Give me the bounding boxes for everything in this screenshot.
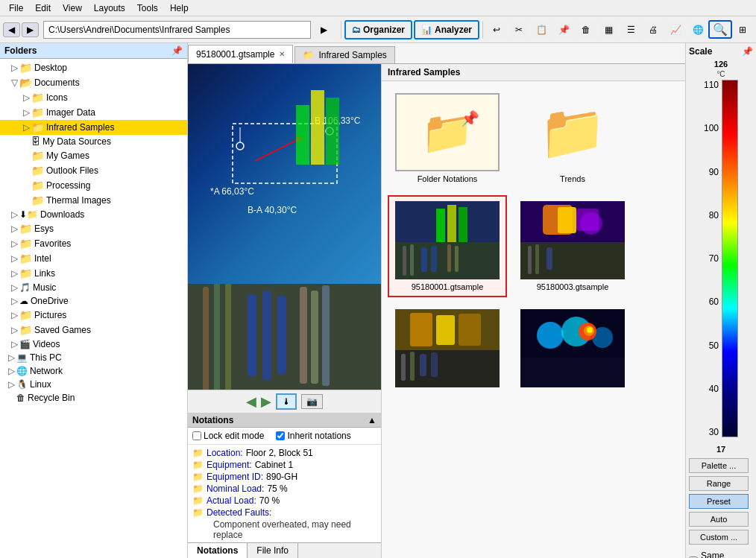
auto-button[interactable]: Auto bbox=[689, 512, 749, 527]
sidebar-item-linux[interactable]: ▷ 🐧 Linux bbox=[0, 378, 187, 391]
palette-button[interactable]: Palette ... bbox=[689, 458, 749, 473]
sidebar-item-pictures[interactable]: ▷ 📁 Pictures bbox=[0, 308, 187, 323]
sidebar-item-my-data-sources[interactable]: 🗄 My Data Sources bbox=[0, 135, 187, 148]
notations-scroll-up[interactable]: ▲ bbox=[368, 415, 377, 425]
sidebar-item-infrared-samples[interactable]: ▷ 📁 Infrared Samples bbox=[0, 120, 187, 135]
view1-button[interactable]: ▦ bbox=[598, 19, 619, 40]
scale-panel: Scale 📌 126 °C 110 100 90 80 70 60 50 40… bbox=[685, 43, 756, 558]
sidebar-item-label: Links bbox=[34, 268, 55, 279]
view-visible-button[interactable]: 📷 bbox=[301, 394, 323, 409]
sidebar-item-documents[interactable]: ▽ 📂 Documents bbox=[0, 75, 187, 90]
cut-button[interactable]: ✂ bbox=[508, 19, 529, 40]
sidebar-item-intel[interactable]: ▷ 📁 Intel bbox=[0, 251, 187, 266]
lock-edit-label[interactable]: Lock edit mode bbox=[192, 431, 264, 441]
forward-button[interactable]: ▶ bbox=[22, 22, 39, 37]
paste-button[interactable]: 📌 bbox=[553, 19, 574, 40]
file-item-95180003[interactable]: 95180003.gtsample bbox=[513, 195, 632, 297]
organizer-button[interactable]: 🗂 Organizer bbox=[344, 20, 412, 39]
sidebar-item-network[interactable]: ▷ 🌐 Network bbox=[0, 364, 187, 378]
delete-button[interactable]: 🗑 bbox=[576, 19, 596, 40]
navigate-button[interactable]: ▶ bbox=[314, 19, 335, 40]
expand-icon: ▷ bbox=[9, 253, 19, 264]
tab-notations[interactable]: Notations bbox=[188, 543, 248, 558]
undo-button[interactable]: ↩ bbox=[486, 19, 507, 40]
scale-header: Scale 📌 bbox=[689, 46, 753, 57]
sidebar-item-music[interactable]: ▷ 🎵 Music bbox=[0, 281, 187, 294]
sidebar-item-imager-data[interactable]: ▷ 📁 Imager Data bbox=[0, 105, 187, 120]
sidebar-item-videos[interactable]: ▷ 🎬 Videos bbox=[0, 337, 187, 351]
same-palette-label[interactable]: Same Palette bbox=[689, 551, 753, 558]
svg-rect-27 bbox=[403, 246, 406, 276]
scale-label: 30 bbox=[704, 427, 719, 437]
menu-layouts[interactable]: Layouts bbox=[88, 1, 131, 15]
sidebar-item-icons[interactable]: ▷ 📁 Icons bbox=[0, 90, 187, 105]
notation-key: Actual Load: bbox=[207, 495, 256, 506]
sidebar-item-label: Recycle Bin bbox=[28, 393, 75, 403]
tab-close-icon[interactable]: ✕ bbox=[279, 50, 285, 58]
file-item-5[interactable] bbox=[388, 303, 507, 396]
sidebar-item-thermal-images[interactable]: 📁 Thermal Images bbox=[0, 193, 187, 208]
forward-icon: ▶ bbox=[27, 25, 34, 35]
menu-tools[interactable]: Tools bbox=[131, 1, 164, 15]
sidebar-item-label: Imager Data bbox=[46, 107, 95, 118]
file-item-trends[interactable]: 📁 Trends bbox=[513, 87, 632, 189]
view2-button[interactable]: ☰ bbox=[620, 19, 641, 40]
expand-icon: ▷ bbox=[9, 63, 19, 73]
scale-pin-icon[interactable]: 📌 bbox=[742, 46, 753, 57]
sidebar-item-this-pc[interactable]: ▷ 💻 This PC bbox=[0, 351, 187, 364]
tab-file-info[interactable]: File Info bbox=[248, 543, 298, 558]
analyzer-button[interactable]: 📊 Analyzer bbox=[414, 20, 479, 39]
globe-button[interactable]: 🌐 bbox=[687, 19, 708, 40]
sidebar-item-label: Videos bbox=[33, 339, 60, 349]
inherit-notations-label[interactable]: Inherit notations bbox=[276, 431, 350, 441]
organizer-label: Organizer bbox=[363, 25, 405, 35]
tab-infrared-samples[interactable]: 📁 Infrared Samples bbox=[294, 46, 394, 63]
menu-edit[interactable]: Edit bbox=[29, 1, 57, 15]
file-item-95180001[interactable]: 95180001.gtsample bbox=[388, 195, 507, 297]
next-image-button[interactable]: ▶ bbox=[261, 393, 271, 410]
sidebar-pin-icon[interactable]: 📌 bbox=[171, 45, 183, 56]
svg-rect-10 bbox=[326, 98, 339, 165]
sidebar-item-outlook-files[interactable]: 📁 Outlook Files bbox=[0, 163, 187, 178]
svg-rect-44 bbox=[410, 313, 432, 346]
sidebar-item-processing[interactable]: 📁 Processing bbox=[0, 178, 187, 193]
svg-rect-39 bbox=[528, 246, 532, 274]
chart-button[interactable]: 📈 bbox=[665, 19, 686, 40]
inherit-checkbox[interactable] bbox=[276, 431, 285, 440]
notation-value: Cabinet 1 bbox=[255, 460, 293, 470]
sidebar-item-saved-games[interactable]: ▷ 📁 Saved Games bbox=[0, 323, 187, 337]
svg-text:*A 66,03°C: *A 66,03°C bbox=[210, 186, 254, 197]
print-button[interactable]: 🖨 bbox=[643, 19, 664, 40]
range-button[interactable]: Range bbox=[689, 476, 749, 491]
file-thumb bbox=[520, 201, 625, 279]
file-thumb bbox=[520, 309, 625, 387]
copy-button[interactable]: 📋 bbox=[531, 19, 552, 40]
custom-button[interactable]: Custom ... bbox=[689, 530, 749, 545]
lock-edit-checkbox[interactable] bbox=[192, 431, 201, 440]
back-button[interactable]: ◀ bbox=[3, 22, 20, 37]
sidebar-item-links[interactable]: ▷ 📁 Links bbox=[0, 266, 187, 281]
sidebar-item-desktop[interactable]: ▷ 📁 Desktop bbox=[0, 60, 187, 75]
tab-gtsample[interactable]: 95180001.gtsample ✕ bbox=[188, 45, 293, 63]
prev-image-button[interactable]: ◀ bbox=[246, 393, 256, 410]
view-thermal-button[interactable]: 🌡 bbox=[276, 393, 297, 410]
file-item-folder-notations[interactable]: 📁 📌 Folder Notations bbox=[388, 87, 507, 189]
menu-view[interactable]: View bbox=[57, 1, 88, 15]
search-button[interactable]: 🔍 bbox=[710, 19, 731, 40]
menu-help[interactable]: Help bbox=[164, 1, 195, 15]
menu-file[interactable]: File bbox=[3, 1, 29, 15]
sidebar-item-esys[interactable]: ▷ 📁 Esys bbox=[0, 221, 187, 236]
file-thumb: 📁 bbox=[520, 93, 625, 171]
sidebar-item-favorites[interactable]: ▷ 📁 Favorites bbox=[0, 236, 187, 251]
sidebar-item-my-games[interactable]: 📁 My Games bbox=[0, 148, 187, 163]
file-item-6[interactable] bbox=[513, 303, 632, 396]
preset-button[interactable]: Preset bbox=[689, 494, 749, 509]
grid-button[interactable]: ⊞ bbox=[732, 19, 753, 40]
svg-rect-8 bbox=[296, 105, 309, 165]
sidebar-item-downloads[interactable]: ▷ ⬇📁 Downloads bbox=[0, 208, 187, 221]
music-icon: 🎵 bbox=[19, 282, 31, 293]
address-input[interactable] bbox=[43, 21, 311, 39]
sidebar-item-onedrive[interactable]: ▷ ☁ OneDrive bbox=[0, 294, 187, 308]
lock-edit-text: Lock edit mode bbox=[204, 431, 264, 441]
sidebar-item-recycle-bin[interactable]: 🗑 Recycle Bin bbox=[0, 391, 187, 405]
